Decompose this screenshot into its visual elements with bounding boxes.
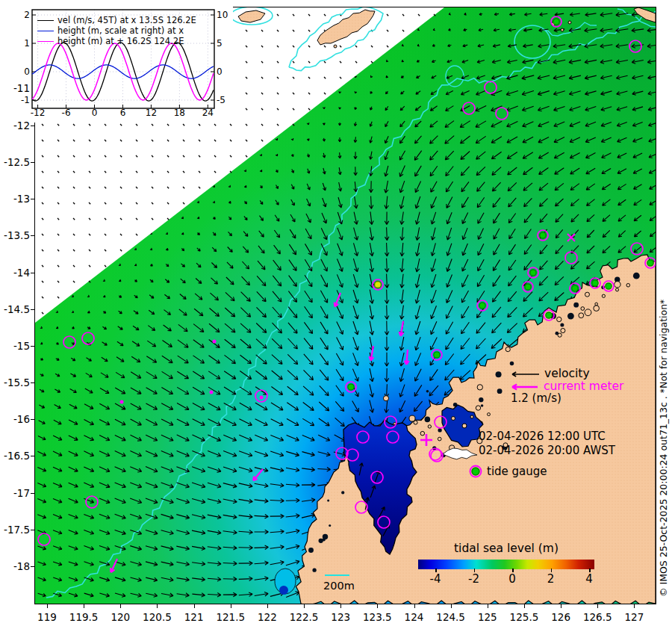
x-axis-tick-mark bbox=[231, 604, 231, 608]
contour-200m-label: 200m bbox=[323, 580, 355, 592]
x-axis-tick-label: 122.5 bbox=[290, 611, 319, 623]
x-axis-tick-label: 126 bbox=[551, 611, 570, 623]
inset-x-tick-label: 24 bbox=[202, 108, 214, 118]
y-axis-tick-mark bbox=[31, 199, 34, 199]
x-axis-tick-mark bbox=[340, 604, 341, 608]
y-axis-tick-mark bbox=[31, 456, 34, 456]
x-axis-tick-mark bbox=[414, 604, 415, 608]
x-axis-tick-label: 126.5 bbox=[583, 611, 612, 623]
legend-velocity-label: velocity bbox=[544, 367, 590, 380]
y-axis-tick-label: -12.5 bbox=[0, 156, 30, 168]
x-axis-tick-mark bbox=[561, 604, 561, 608]
inset-x-tick-label: 18 bbox=[174, 108, 185, 118]
x-axis-tick-label: 122 bbox=[258, 611, 277, 623]
y-axis-tick-mark bbox=[31, 273, 34, 273]
y-axis-tick-label: -16 bbox=[0, 413, 30, 425]
y-axis-tick-label: -15.5 bbox=[0, 377, 30, 388]
y-axis-tick-mark bbox=[31, 309, 34, 310]
x-axis-tick-label: 120.5 bbox=[143, 611, 172, 623]
inset-legend-row: height (m) at + 16.2S 124.2E bbox=[37, 36, 184, 46]
x-axis-tick-label: 121.5 bbox=[216, 611, 245, 623]
y-axis-tick-label: -17.5 bbox=[0, 524, 30, 536]
legend-line-magenta bbox=[37, 41, 54, 42]
timestamp-block: 02-04-2026 12:00 UTC 02-04-2026 20:00 AW… bbox=[479, 430, 615, 458]
legend-tide-gauge-label: tide gauge bbox=[487, 465, 547, 478]
y-axis-tick-label: -16.5 bbox=[0, 450, 30, 462]
inset-x-tick-label: -6 bbox=[62, 108, 71, 118]
y-axis-tick-label: -18 bbox=[0, 560, 30, 572]
inset-left-tick-label: 1 bbox=[18, 38, 30, 49]
x-axis-tick-mark bbox=[377, 604, 378, 608]
x-axis-tick-label: 119 bbox=[37, 611, 57, 623]
colorbar-tick-mark bbox=[551, 569, 553, 572]
y-axis-tick-mark bbox=[31, 235, 34, 236]
legend-velocity-scale-label: 1.2 (m/s) bbox=[511, 391, 561, 405]
x-axis-tick-label: 125 bbox=[478, 611, 497, 623]
x-axis-tick-label: 123 bbox=[331, 611, 350, 623]
y-axis-tick-label: -14.5 bbox=[0, 303, 30, 315]
y-axis-tick-label: -17 bbox=[0, 487, 30, 499]
inset-right-tick-label: 0 bbox=[217, 66, 234, 77]
x-axis-tick-mark bbox=[194, 604, 195, 608]
y-axis-tick-label: -14 bbox=[0, 267, 30, 279]
x-axis-tick-mark bbox=[524, 604, 525, 608]
x-axis-tick-label: 121 bbox=[184, 611, 204, 623]
inset-left-tick-label: 0 bbox=[18, 66, 30, 77]
x-axis-tick-mark bbox=[304, 604, 305, 608]
inset-right-tick-label: 10 bbox=[217, 10, 234, 20]
x-axis-tick-mark bbox=[47, 604, 48, 608]
inset-legend-row: height (m, scale at right) at x bbox=[37, 25, 184, 36]
x-axis-tick-label: 119.5 bbox=[69, 611, 99, 623]
timestamp-utc: 02-04-2026 12:00 UTC bbox=[479, 430, 615, 444]
colorbar-tick-label: 0 bbox=[508, 572, 516, 586]
y-axis-tick-mark bbox=[31, 566, 34, 567]
inset-left-tick-label: 2 bbox=[18, 10, 30, 20]
inset-x-tick-label: -12 bbox=[31, 108, 46, 118]
y-axis-tick-label: -15 bbox=[0, 340, 30, 352]
y-axis-tick-mark bbox=[31, 419, 34, 420]
colorbar-title: tidal sea level (m) bbox=[418, 542, 594, 555]
inset-legend-height-plus: height (m) at + 16.2S 124.2E bbox=[57, 36, 184, 46]
y-axis-tick-label: -13 bbox=[0, 193, 30, 205]
legend-line-blue bbox=[37, 31, 54, 31]
y-axis-tick-mark bbox=[31, 530, 34, 530]
colorbar bbox=[418, 560, 594, 569]
inset-legend-height-x: height (m, scale at right) at x bbox=[57, 25, 184, 36]
y-axis-tick-mark bbox=[31, 162, 34, 163]
legend-line-black bbox=[37, 20, 54, 21]
inset-x-tick-label: 12 bbox=[146, 108, 157, 118]
x-axis-tick-mark bbox=[488, 604, 488, 608]
x-axis-tick-mark bbox=[634, 604, 635, 608]
figure-canvas: velocity current meter 1.2 (m/s) 02-04-2… bbox=[0, 0, 672, 632]
x-axis-tick-label: 127 bbox=[625, 611, 644, 623]
x-axis-tick-mark bbox=[451, 604, 452, 608]
y-axis-tick-mark bbox=[31, 346, 34, 347]
x-axis-tick-mark bbox=[157, 604, 158, 608]
inset-x-tick-label: 0 bbox=[92, 108, 98, 118]
tide-curve-inset[interactable]: vel (m/s, 45T) at x 13.5S 126.2E height … bbox=[18, 3, 233, 123]
x-axis-tick-label: 120 bbox=[111, 611, 130, 623]
y-axis-tick-mark bbox=[31, 493, 34, 494]
imos-watermark: © IMOS 25-Oct-2025 20:00:24 out71_13c . … bbox=[658, 208, 669, 597]
y-axis-tick-mark bbox=[31, 126, 34, 126]
x-axis-tick-mark bbox=[84, 604, 84, 608]
contour-200m-line-sample bbox=[325, 574, 349, 576]
colorbar-tick-label: -2 bbox=[468, 572, 479, 586]
inset-x-tick-label: 6 bbox=[120, 108, 126, 118]
timestamp-awst: 02-04-2026 20:00 AWST bbox=[479, 444, 615, 458]
x-axis-tick-label: 124 bbox=[405, 611, 424, 623]
y-axis-tick-label: -13.5 bbox=[0, 229, 30, 241]
inset-right-tick-label: -5 bbox=[217, 95, 234, 105]
x-axis-tick-label: 123.5 bbox=[363, 611, 392, 623]
x-axis-tick-label: 124.5 bbox=[436, 611, 465, 623]
colorbar-tick-label: 4 bbox=[585, 572, 593, 586]
inset-legend-vel: vel (m/s, 45T) at x 13.5S 126.2E bbox=[57, 15, 196, 25]
colorbar-tick-mark bbox=[589, 569, 591, 572]
x-axis-tick-mark bbox=[120, 604, 121, 608]
y-axis-tick-mark bbox=[31, 382, 34, 383]
inset-right-tick-label: 5 bbox=[217, 38, 234, 49]
colorbar-tick-mark bbox=[435, 569, 437, 572]
colorbar-tick-label: -4 bbox=[430, 572, 441, 586]
colorbar-tick-mark bbox=[474, 569, 476, 572]
colorbar-tick-mark bbox=[512, 569, 514, 572]
